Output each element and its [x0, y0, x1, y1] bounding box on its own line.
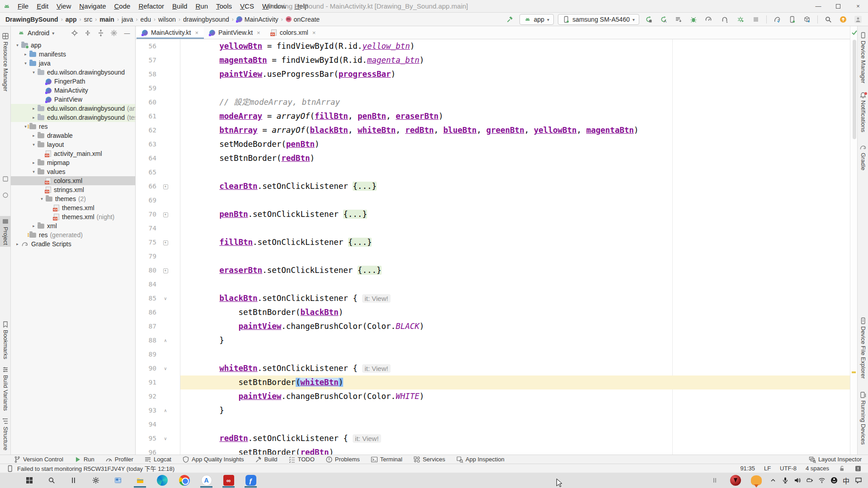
taskbar-win-settings[interactable] [85, 473, 107, 488]
tree-item-gradle-scripts[interactable]: ▸Gradle Scripts [11, 239, 135, 249]
fold-marker[interactable]: ∧ [156, 404, 175, 418]
close-tab-icon[interactable]: × [257, 29, 260, 36]
toolwindow-layout-inspector[interactable]: Layout Inspector [809, 456, 862, 463]
close-tab-icon[interactable]: × [195, 29, 198, 36]
tray-ime-chinese[interactable]: 中 [840, 473, 852, 488]
locate-button[interactable] [69, 28, 80, 38]
code-text[interactable]: eraserBtn.setOnClickListener {...} [180, 263, 850, 277]
close-button[interactable]: × [848, 0, 868, 12]
build-picker-button[interactable] [673, 14, 684, 25]
notification-icon[interactable] [854, 465, 862, 472]
toolwindow-logcat[interactable]: Logcat [144, 456, 171, 463]
build-button[interactable] [505, 14, 515, 25]
code-line-65[interactable]: 65 [136, 165, 850, 179]
close-tab-icon[interactable]: × [312, 29, 316, 36]
code-line-69[interactable]: 69 [136, 193, 850, 207]
code-text[interactable]: setModeBorder(penBtn) [180, 137, 850, 151]
device-manager-button[interactable] [787, 14, 797, 25]
code-line-64[interactable]: 64 setBtnBorder(redBtn) [136, 151, 850, 165]
code-line-61[interactable]: 61 modeArray = arrayOf(fillBtn, penBtn, … [136, 109, 850, 123]
tree-item-colors-xml[interactable]: colors.xml [11, 176, 135, 185]
taskbar-win-start[interactable] [18, 473, 40, 488]
stripe-button-project[interactable]: Project [0, 216, 11, 247]
toolwindow-problems[interactable]: Problems [326, 456, 360, 463]
tree-item-drawable[interactable]: ▸drawable [11, 131, 135, 140]
code-line-85[interactable]: 85∨ blackBtn.setOnClickListener { it: Vi… [136, 291, 850, 305]
stripe-button-structure[interactable]: Structure [0, 416, 11, 452]
code-line-57[interactable]: 57 magentaBtn = findViewById(R.id.magent… [136, 53, 850, 67]
menu-tools[interactable]: Tools [212, 1, 236, 11]
scrollbar-thumb[interactable] [853, 40, 856, 139]
code-line-59[interactable]: 59 [136, 81, 850, 95]
code-line-92[interactable]: 92 paintView.changeBrushColor(Color.WHIT… [136, 389, 850, 404]
tray-volume[interactable] [791, 473, 803, 488]
lock-open-icon[interactable] [838, 465, 845, 472]
tree-item-themes[interactable]: ▾themes(2) [11, 194, 135, 203]
tree-item-edu-wilson-drawingbysound[interactable]: ▸edu.wilson.drawingbysound(test) [11, 113, 135, 122]
update-button[interactable] [838, 14, 849, 25]
profiler-button[interactable] [736, 14, 746, 25]
tab-paintview-kt[interactable]: PaintView.kt× [204, 26, 266, 39]
tray-microphone[interactable] [779, 473, 791, 488]
code-line-96[interactable]: 96 setBtnBorder(redBtn) [136, 446, 850, 455]
code-line-70[interactable]: 70+ penBtn.setOnClickListener {...} [136, 207, 850, 221]
tree-item-themes-xml[interactable]: themes.xml [11, 203, 135, 212]
profile-button[interactable] [703, 14, 714, 25]
code-line-56[interactable]: 56 yellowBtn = findViewById(R.id.yellow_… [136, 39, 850, 53]
code-line-95[interactable]: 95∨ redBtn.setOnClickListener { it: View… [136, 432, 850, 446]
taskbar-pinned-divider[interactable] [704, 473, 725, 488]
tree-item-edu-wilson-drawingbysound[interactable]: ▸edu.wilson.drawingbysound(androidTest) [11, 104, 135, 113]
code-line-84[interactable]: 84 [136, 277, 850, 291]
expand-all-button[interactable] [82, 28, 93, 38]
run-configuration-select[interactable]: app▾ [519, 14, 554, 25]
code-line-66[interactable]: 66+ clearBtn.setOnClickListener {...} [136, 179, 850, 193]
code-text[interactable]: modeArray = arrayOf(fillBtn, penBtn, era… [180, 109, 850, 123]
code-text[interactable]: fillBtn.setOnClickListener {...} [180, 235, 850, 249]
stripe-button-device-file-explorer[interactable]: Device File Explorer [858, 315, 868, 380]
code-text[interactable]: whiteBtn.setOnClickListener { it: View! [180, 361, 850, 375]
fold-marker[interactable]: + [156, 207, 175, 221]
code-line-86[interactable]: 86 setBtnBorder(blackBtn) [136, 305, 850, 319]
taskbar-file-explorer[interactable] [129, 473, 151, 488]
menu-edit[interactable]: Edit [33, 1, 52, 11]
code-line-74[interactable]: 74 [136, 221, 850, 235]
tree-item-fingerpath[interactable]: FingerPath [11, 77, 135, 86]
toolwindow-todo[interactable]: TODO [288, 456, 315, 463]
stripe-button-gradle[interactable]: Gradle [858, 142, 868, 172]
fold-marker[interactable]: ∨ [156, 361, 175, 375]
code-text[interactable]: btnArray = arrayOf(blackBtn, whiteBtn, r… [180, 123, 850, 137]
taskbar-red-orb-app[interactable] [725, 473, 746, 488]
breadcrumb-main[interactable]: main [99, 16, 115, 23]
code-text[interactable]: // 設定modeArray, btnArray [180, 95, 850, 109]
code-text[interactable]: paintView.changeBrushColor(Color.BLACK) [180, 319, 850, 333]
breadcrumb-wilson[interactable]: wilson [157, 16, 177, 23]
code-text[interactable]: clearBtn.setOnClickListener {...} [180, 179, 850, 193]
tray-battery[interactable] [803, 473, 816, 488]
toolwindow-run[interactable]: Run [74, 456, 94, 463]
fold-marker[interactable]: + [156, 179, 175, 193]
project-view-selector[interactable]: Android▾ [14, 28, 58, 38]
code-text[interactable]: paintView.useProgressBar(progressBar) [180, 67, 850, 81]
code-text[interactable]: penBtn.setOnClickListener {...} [180, 207, 850, 221]
menu-refactor[interactable]: Refactor [134, 1, 168, 11]
taskbar-widgets[interactable] [107, 473, 129, 488]
toolwindow-build[interactable]: Build [255, 456, 278, 463]
stripe-button-build-variants[interactable]: Build Variants [0, 364, 11, 413]
menu-view[interactable]: View [52, 1, 75, 11]
tree-item-mainactivity[interactable]: MainActivity [11, 86, 135, 95]
taskbar-orange-app[interactable] [746, 473, 767, 488]
code-line-91[interactable]: 91 setBtnBorder(whiteBtn) [136, 375, 850, 389]
gradle-sync-button[interactable] [772, 14, 783, 25]
fold-marker[interactable]: + [156, 235, 175, 249]
stripe-button-stripe-mini-1[interactable] [0, 174, 11, 184]
tree-item-paintview[interactable]: PaintView [11, 95, 135, 104]
settings-gear-button[interactable] [108, 28, 119, 38]
stripe-button-bookmarks[interactable]: Bookmarks [0, 319, 11, 361]
taskbar-blue-app[interactable]: ƒ [240, 473, 262, 488]
tab-colors-xml[interactable]: colors.xml× [266, 26, 321, 39]
code-text[interactable]: setBtnBorder(blackBtn) [180, 305, 850, 319]
tray-obs[interactable] [828, 473, 840, 488]
code-text[interactable] [180, 221, 850, 235]
tree-item-res[interactable]: ▾res [11, 122, 135, 131]
debug-button[interactable] [688, 14, 699, 25]
